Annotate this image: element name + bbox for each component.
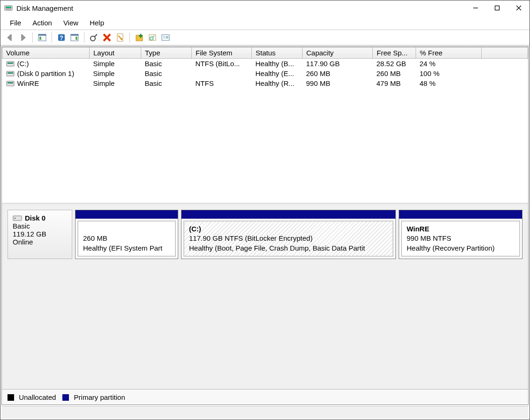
volume-cell: Simple: [90, 59, 141, 69]
toolbar-separator: [52, 32, 52, 43]
menu-action[interactable]: Action: [27, 18, 58, 28]
volume-cell: (Disk 0 partition 1): [2, 69, 90, 78]
toolbar-separator: [32, 32, 33, 43]
partition[interactable]: 260 MBHealthy (EFI System Part: [75, 210, 178, 259]
back-button[interactable]: [4, 32, 15, 43]
properties-button[interactable]: [114, 32, 126, 43]
content-area: VolumeLayoutTypeFile SystemStatusCapacit…: [1, 46, 529, 405]
legend-unallocated: Unallocated: [8, 393, 56, 401]
partition-size: 260 MB: [83, 234, 170, 243]
volume-cell: 260 MB: [373, 69, 416, 78]
rescan-disks-button[interactable]: [147, 32, 158, 43]
volume-table[interactable]: VolumeLayoutTypeFile SystemStatusCapacit…: [2, 47, 528, 88]
menu-help[interactable]: Help: [84, 18, 110, 28]
settings-button[interactable]: [160, 32, 171, 43]
disk-state: Online: [13, 238, 67, 246]
primary-swatch: [62, 394, 69, 401]
volume-cell: Basic: [141, 59, 192, 69]
menu-file[interactable]: File: [4, 18, 27, 28]
volume-list-pane: VolumeLayoutTypeFile SystemStatusCapacit…: [2, 47, 528, 204]
partition-status: Healthy (Recovery Partition): [407, 244, 515, 253]
maximize-button[interactable]: [486, 0, 508, 15]
volume-row[interactable]: (C:)SimpleBasicNTFS (BitLo...Healthy (B.…: [2, 59, 528, 69]
partition-cap: [182, 210, 395, 219]
column-header[interactable]: Layout: [90, 47, 141, 59]
volume-icon: [6, 71, 15, 76]
close-button[interactable]: [508, 0, 530, 15]
refresh-button[interactable]: [88, 32, 99, 43]
svg-rect-26: [166, 36, 168, 38]
menu-view[interactable]: View: [58, 18, 84, 28]
column-header[interactable]: Status: [252, 47, 303, 59]
volume-cell: Basic: [141, 69, 192, 78]
partition-container: 260 MBHealthy (EFI System Part(C:)117.90…: [75, 210, 522, 259]
svg-rect-28: [8, 62, 13, 64]
volume-cell: NTFS (BitLo...: [192, 59, 252, 69]
svg-rect-14: [76, 37, 77, 40]
svg-point-34: [15, 217, 16, 219]
volume-cell: 260 MB: [303, 69, 373, 78]
toolbar: ?: [0, 30, 530, 46]
svg-rect-1: [6, 7, 11, 8]
legend-unallocated-label: Unallocated: [19, 393, 56, 401]
partition-body: WinRE990 MB NTFSHealthy (Recovery Partit…: [401, 221, 520, 257]
partition-body: (C:)117.90 GB NTFS (BitLocker Encrypted)…: [183, 221, 394, 257]
partition-status: Healthy (Boot, Page File, Crash Dump, Ba…: [189, 244, 388, 253]
svg-text:?: ?: [60, 34, 63, 41]
toolbar-separator: [84, 32, 84, 43]
partition-title: (C:): [189, 224, 388, 234]
column-header[interactable]: Free Sp...: [373, 47, 416, 59]
volume-cell: [192, 69, 252, 78]
legend-primary-label: Primary partition: [74, 393, 125, 401]
volume-cell: 48 %: [416, 78, 482, 88]
partition-title: WinRE: [407, 224, 515, 234]
volume-cell: NTFS: [192, 78, 252, 88]
column-header[interactable]: Volume: [2, 47, 90, 59]
volume-cell: Simple: [90, 78, 141, 88]
partition-size: 990 MB NTFS: [407, 234, 515, 243]
svg-rect-4: [495, 6, 500, 10]
delete-button[interactable]: [101, 32, 113, 43]
window-controls: [465, 0, 530, 15]
toolbar-separator: [129, 32, 130, 43]
volume-cell: WinRE: [2, 78, 90, 88]
partition[interactable]: (C:)117.90 GB NTFS (BitLocker Encrypted)…: [181, 210, 396, 259]
column-header[interactable]: File System: [192, 47, 252, 59]
volume-cell: 117.90 GB: [303, 59, 373, 69]
partition[interactable]: WinRE990 MB NTFSHealthy (Recovery Partit…: [399, 210, 522, 259]
svg-line-16: [94, 34, 97, 37]
forward-button[interactable]: [17, 32, 29, 43]
disk-row: Disk 0 Basic 119.12 GB Online 260 MBHeal…: [8, 210, 522, 259]
volume-row[interactable]: WinRESimpleBasicNTFSHealthy (R...990 MB4…: [2, 78, 528, 88]
partition-status: Healthy (EFI System Part: [83, 244, 170, 253]
column-header[interactable]: % Free: [416, 47, 482, 59]
volume-cell: 479 MB: [373, 78, 416, 88]
volume-cell: (C:): [2, 59, 90, 69]
svg-rect-2: [6, 8, 11, 9]
volume-cell: Basic: [141, 78, 192, 88]
disk-name: Disk 0: [25, 214, 45, 222]
column-header-spacer: [482, 47, 528, 59]
svg-rect-8: [38, 34, 46, 36]
volume-cell: Healthy (E...: [252, 69, 303, 78]
partition-cap: [399, 210, 522, 219]
volume-cell: 990 MB: [303, 78, 373, 88]
new-volume-button[interactable]: [134, 32, 145, 43]
volume-name: WinRE: [17, 79, 39, 87]
volume-name: (C:): [17, 60, 29, 68]
volume-cell: Healthy (B...: [252, 59, 303, 69]
disk-management-window: Disk Management File Action View Help ?: [0, 0, 530, 420]
show-hide-console-tree-button[interactable]: [37, 32, 48, 43]
svg-point-20: [121, 38, 122, 40]
disk-header[interactable]: Disk 0 Basic 119.12 GB Online: [8, 210, 72, 259]
column-header[interactable]: Capacity: [303, 47, 373, 59]
column-header[interactable]: Type: [141, 47, 192, 59]
volume-cell: Simple: [90, 69, 141, 78]
statusbar: [1, 406, 529, 419]
volume-icon: [6, 81, 15, 86]
app-icon: [4, 4, 13, 12]
volume-row[interactable]: (Disk 0 partition 1)SimpleBasicHealthy (…: [2, 69, 528, 78]
minimize-button[interactable]: [465, 0, 486, 15]
help-button[interactable]: ?: [56, 32, 67, 43]
show-hide-action-pane-button[interactable]: [69, 32, 80, 43]
